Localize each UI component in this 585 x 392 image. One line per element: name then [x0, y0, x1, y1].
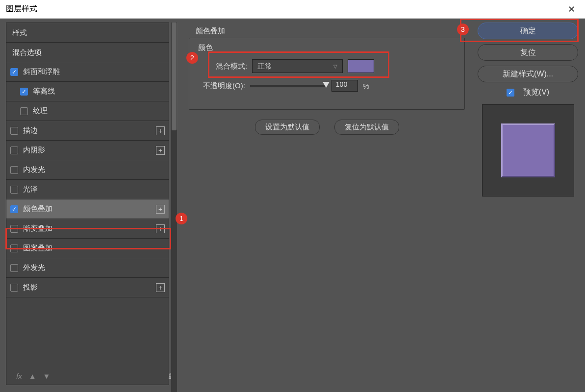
plus-icon[interactable]: +	[156, 283, 165, 292]
fx-icon[interactable]: fx	[16, 372, 22, 380]
annotation-2: 2	[186, 52, 198, 64]
style-item-label: 描边	[23, 126, 38, 135]
style-item-label: 斜面和浮雕	[23, 67, 60, 76]
style-item-label: 内发光	[23, 165, 45, 174]
style-item[interactable]: 纹理	[6, 101, 169, 121]
style-item[interactable]: 描边+	[6, 121, 169, 141]
slider-handle[interactable]	[323, 82, 330, 88]
section-title: 颜色叠加	[189, 23, 465, 38]
style-checkbox[interactable]	[10, 284, 18, 292]
plus-icon[interactable]: +	[156, 205, 165, 214]
color-swatch[interactable]	[348, 59, 374, 73]
style-checkbox[interactable]	[10, 147, 18, 154]
window-title: 图层样式	[6, 4, 564, 14]
blend-mode-label: 混合模式:	[216, 62, 247, 71]
plus-icon[interactable]: +	[156, 146, 165, 155]
annotation-1: 1	[176, 213, 187, 224]
style-item[interactable]: 等高线	[6, 82, 169, 101]
scrollbar-track[interactable]	[171, 23, 177, 392]
plus-icon[interactable]: +	[156, 224, 165, 233]
styles-sidebar: 样式 混合选项 斜面和浮雕等高线纹理描边+内阴影+内发光光泽颜色叠加+渐变叠加+…	[0, 19, 179, 392]
style-item-label: 等高线	[33, 87, 55, 96]
reset-default-button[interactable]: 复位为默认值	[334, 120, 399, 135]
style-item[interactable]: 渐变叠加+	[6, 219, 169, 239]
style-checkbox[interactable]	[10, 225, 18, 233]
style-checkbox[interactable]	[20, 107, 28, 115]
style-item-label: 内阴影	[23, 146, 45, 155]
right-panel: 确定 3 复位 新建样式(W)... 预览(V)	[475, 19, 585, 392]
preview-label: 预览(V)	[523, 87, 549, 98]
opacity-label: 不透明度(O):	[203, 81, 245, 91]
style-item-label: 外发光	[23, 263, 45, 272]
style-item[interactable]: 斜面和浮雕	[6, 62, 169, 82]
style-item[interactable]: 图案叠加	[6, 239, 169, 258]
opacity-slider[interactable]	[250, 85, 327, 87]
style-item-label: 纹理	[33, 106, 48, 116]
up-arrow-icon[interactable]: ▲	[29, 372, 36, 380]
reset-button[interactable]: 复位	[478, 44, 578, 61]
preview-swatch	[501, 123, 555, 177]
style-item[interactable]: 光泽	[6, 180, 169, 199]
color-subheader: 颜色	[198, 43, 456, 52]
style-checkbox[interactable]	[20, 88, 28, 96]
style-item-label: 颜色叠加	[23, 204, 52, 214]
styles-header[interactable]: 样式	[6, 23, 169, 43]
plus-icon[interactable]: +	[156, 126, 165, 135]
style-item-label: 光泽	[23, 185, 38, 194]
ok-button[interactable]: 确定	[478, 23, 578, 39]
preview-box	[482, 104, 574, 196]
style-item[interactable]: 外发光	[6, 258, 169, 278]
style-item[interactable]: 颜色叠加+	[6, 199, 169, 219]
style-item-label: 渐变叠加	[23, 224, 52, 233]
new-style-button[interactable]: 新建样式(W)...	[478, 66, 578, 82]
down-arrow-icon[interactable]: ▼	[43, 372, 51, 380]
annotation-3: 3	[457, 24, 469, 35]
style-checkbox[interactable]	[10, 68, 18, 76]
style-checkbox[interactable]	[10, 166, 18, 174]
preview-checkbox[interactable]	[507, 89, 514, 97]
set-default-button[interactable]: 设置为默认值	[255, 120, 320, 135]
opacity-unit: %	[363, 82, 369, 90]
scrollbar-thumb[interactable]	[172, 23, 177, 130]
blend-mode-select[interactable]: 正常 ▽	[252, 59, 343, 73]
blend-mode-value: 正常	[257, 62, 272, 71]
style-checkbox[interactable]	[10, 186, 18, 194]
style-item-label: 投影	[23, 283, 38, 292]
style-checkbox[interactable]	[10, 127, 18, 135]
style-item[interactable]: 投影+	[6, 278, 169, 297]
chevron-down-icon: ▽	[333, 64, 337, 69]
style-checkbox[interactable]	[10, 205, 18, 213]
style-list: 样式 混合选项 斜面和浮雕等高线纹理描边+内阴影+内发光光泽颜色叠加+渐变叠加+…	[6, 23, 169, 385]
style-list-footer: fx ▲ ▼ 🗑	[16, 371, 176, 381]
style-checkbox[interactable]	[10, 245, 18, 252]
color-overlay-group: 颜色 混合模式: 正常 ▽ 2 不透明度(O): 100 %	[189, 38, 465, 110]
style-item[interactable]: 内阴影+	[6, 141, 169, 160]
opacity-input[interactable]: 100	[331, 80, 358, 92]
style-item[interactable]: 内发光	[6, 160, 169, 180]
main-panel: 颜色叠加 颜色 混合模式: 正常 ▽ 2 不透明度(O): 100 %	[179, 19, 475, 392]
style-checkbox[interactable]	[10, 264, 18, 272]
titlebar: 图层样式 ✕	[0, 0, 585, 19]
style-item-label: 图案叠加	[23, 244, 52, 253]
close-icon[interactable]: ✕	[564, 4, 579, 15]
blend-options-header[interactable]: 混合选项	[6, 43, 169, 62]
